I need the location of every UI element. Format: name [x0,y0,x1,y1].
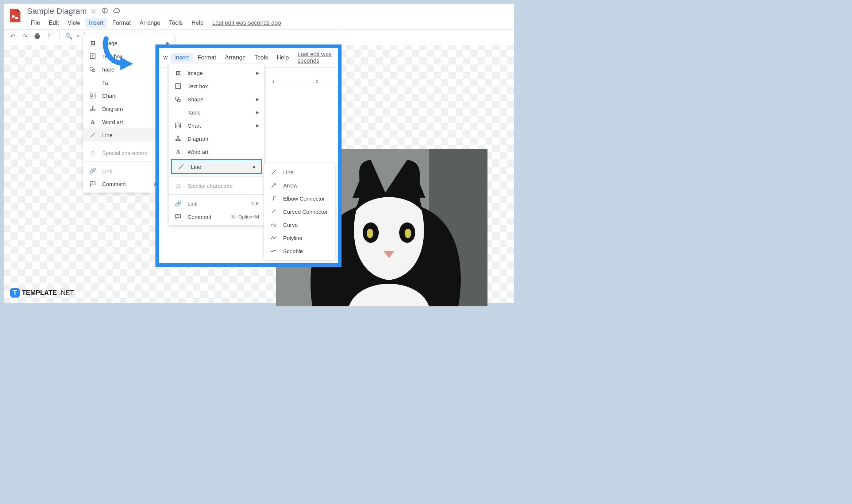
svg-point-12 [92,106,93,107]
app-frame: Sample Diagram ☆ File Edit View Insert F… [4,4,514,303]
submenu-arrow-icon: ▶ [256,97,259,102]
curve-tool-icon [270,221,277,228]
menu-divider [169,194,264,195]
menu-item-comment[interactable]: Comment⌘+Option+M [169,210,264,223]
svg-point-22 [176,140,177,141]
submenu-line[interactable]: Line [264,166,335,179]
overlay-detail: w Insert Format Arrange Tools Help Last … [155,44,342,267]
submenu-elbow[interactable]: Elbow Connector [264,192,335,205]
undo-icon[interactable]: ↶ [8,32,17,40]
menu-label: Diagram [102,106,123,112]
menu-item-line-highlighted[interactable]: Line▶ [171,159,262,174]
menu-label: Diagram [188,136,208,142]
shortcut-label: ⌘+Option+M [231,214,259,220]
menu-item-shape[interactable]: Shape▶ [169,93,264,106]
menu-file[interactable]: File [27,18,44,28]
zoom-icon[interactable]: 🔍 [65,32,73,40]
overlay-menu-format[interactable]: Format [194,53,220,62]
svg-point-14 [92,110,93,111]
submenu-arrow-icon: ▶ [256,123,259,128]
redo-icon[interactable]: ↷ [20,32,29,40]
menu-view-partial: w [162,53,169,62]
submenu-curved-connector[interactable]: Curved Connector [264,205,335,218]
submenu-curve[interactable]: Curve [264,218,335,231]
chart-icon [89,92,96,99]
svg-point-23 [178,140,179,141]
menu-label: Image [188,70,203,76]
menu-view[interactable]: View [64,18,84,28]
menu-label: Comment [102,181,126,187]
menu-tools[interactable]: Tools [165,18,186,28]
template-logo-icon: T [10,288,20,298]
submenu-arrow[interactable]: Arrow [264,179,335,192]
menu-label: Line [191,164,201,170]
svg-point-15 [94,110,95,111]
menu-help[interactable]: Help [188,18,207,28]
template-text: TEMPLATE [22,289,57,297]
menu-label: Shape [188,96,203,102]
line-tool-icon [270,168,277,176]
svg-point-21 [178,136,179,137]
overlay-menu-insert[interactable]: Insert [171,53,193,62]
submenu-label: Elbow Connector [283,195,325,202]
diagram-icon [89,105,96,112]
menu-item-wordart[interactable]: AWord art [169,145,264,158]
menu-insert[interactable]: Insert [85,18,107,28]
menu-item-table[interactable]: Table▶ [169,106,264,119]
menu-edit[interactable]: Edit [45,18,63,28]
svg-point-0 [12,15,15,18]
print-icon[interactable] [33,32,42,40]
link-icon: 🔗 [89,167,96,174]
menu-label: Word art [102,119,123,125]
overlay-menu-tools[interactable]: Tools [251,53,271,62]
line-icon [178,163,185,170]
menu-item-image[interactable]: 🖼Image▶ [169,66,264,80]
chart-icon [174,122,182,129]
line-submenu: Line Arrow Elbow Connector Curved Connec… [264,163,335,260]
comment-icon [89,180,96,187]
submenu-arrow-icon: ▶ [256,71,259,75]
menu-item-link: 🔗Link⌘K [169,197,264,210]
menu-item-diagram[interactable]: Diagram [169,132,264,145]
drawings-logo [8,8,23,23]
ruler-mark: 1 [272,80,274,84]
menu-item-textbox[interactable]: Text box [169,80,264,93]
overlay-last-edit[interactable]: Last edit was seconds [297,51,335,64]
annotation-arrow-icon [88,36,147,73]
submenu-label: Polyline [283,235,302,241]
table-icon [174,109,182,116]
menu-format[interactable]: Format [109,18,135,28]
omega-icon: Ω [174,182,182,189]
overlay-menu-help[interactable]: Help [273,53,293,62]
paint-format-icon[interactable] [45,32,54,40]
comment-icon [174,213,182,220]
menu-item-special-characters: ΩSpecial characters [169,179,264,192]
submenu-label: Scribble [283,248,303,254]
submenu-label: Arrow [283,182,297,189]
menu-arrange[interactable]: Arrange [136,18,164,28]
wordart-icon: A [89,118,96,125]
diagram-icon [174,135,182,142]
overlay-menu-arrange[interactable]: Arrange [221,53,249,62]
document-title[interactable]: Sample Diagram [27,7,87,16]
submenu-scribble[interactable]: Scribble [264,244,335,257]
shape-icon [174,96,182,103]
menu-label: Chart [188,123,201,129]
star-icon[interactable]: ☆ [90,7,96,16]
zoom-dropdown-icon[interactable]: ▾ [77,34,79,39]
last-edit-link[interactable]: Last edit was seconds ago [212,20,281,26]
menu-label: Link [188,201,198,207]
svg-rect-1 [15,17,18,19]
wordart-icon: A [174,148,182,155]
svg-point-24 [180,140,181,141]
menu-item-chart[interactable]: Chart▶ [169,119,264,132]
menu-label: Special characters [102,150,147,156]
image-icon: 🖼 [174,69,182,77]
curved-tool-icon [270,208,277,215]
menu-divider [169,177,264,177]
submenu-label: Curve [283,222,298,228]
move-icon[interactable] [101,7,108,16]
cloud-status-icon[interactable] [113,7,120,16]
submenu-polyline[interactable]: Polyline [264,231,335,244]
overlay-insert-dropdown: 🖼Image▶ Text box Shape▶ Table▶ Chart▶ Di… [169,64,264,225]
